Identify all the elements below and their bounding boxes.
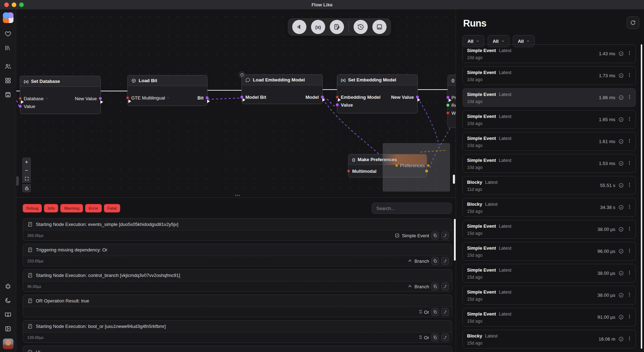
apps-grid-icon[interactable]	[4, 76, 12, 85]
node-partial-right[interactable]: {} Pr Re W	[448, 75, 456, 128]
node-set-database[interactable]: (x)Set Database Database New Value Value	[20, 76, 101, 114]
history-icon[interactable]	[354, 20, 368, 34]
log-entry[interactable]: Starting Node Execution: events_simple […	[23, 218, 452, 241]
users-icon[interactable]	[4, 62, 12, 70]
sidebar-drag-handle[interactable]	[16, 176, 19, 186]
minimize-window-button[interactable]	[12, 2, 16, 7]
input-pin[interactable]	[446, 104, 449, 107]
log-entry[interactable]: Triggering missing dependency: Or 233.00…	[23, 244, 452, 266]
filter-debug[interactable]: Debug	[23, 204, 42, 212]
run-item[interactable]: Simple EventLatest 15d ago 38.00 µs	[462, 286, 636, 305]
app-logo[interactable]	[3, 12, 13, 23]
chevron-down-icon[interactable]	[167, 96, 170, 99]
kebab-menu-icon[interactable]	[627, 138, 632, 145]
flow-canvas[interactable]: (x) (x)Set Database Database	[16, 10, 456, 197]
trigger-play-icon[interactable]	[292, 20, 306, 34]
notes-edit-icon[interactable]	[330, 20, 344, 34]
open-in-node-icon[interactable]	[441, 283, 449, 290]
run-item[interactable]: BlockyLatest 15d ago 16.06 m	[462, 330, 636, 348]
filter-warning[interactable]: Warning	[60, 204, 83, 212]
kebab-menu-icon[interactable]	[627, 182, 632, 189]
library-icon[interactable]	[4, 44, 12, 52]
kebab-menu-icon[interactable]	[627, 73, 632, 79]
run-item[interactable]: Simple EventLatest 10d ago 1.43 ms	[462, 44, 636, 63]
run-item[interactable]: Simple EventLatest 10d ago 1.53 ms	[462, 154, 636, 173]
board-layout-icon[interactable]	[372, 20, 387, 34]
copy-icon[interactable]	[431, 232, 439, 239]
log-search-input[interactable]	[372, 203, 452, 214]
kebab-menu-icon[interactable]	[627, 204, 632, 211]
kebab-menu-icon[interactable]	[627, 292, 632, 299]
kebab-menu-icon[interactable]	[627, 95, 632, 101]
exec-out-pin[interactable]	[207, 100, 210, 103]
open-in-node-icon[interactable]	[441, 334, 449, 341]
bit-select-pin[interactable]	[126, 96, 129, 99]
open-in-node-icon[interactable]	[441, 257, 449, 265]
node-set-embedding-model[interactable]: (x)Set Embedding Model Embedding Model N…	[337, 74, 418, 113]
kebab-menu-icon[interactable]	[627, 336, 632, 342]
kebab-menu-icon[interactable]	[627, 226, 632, 233]
run-item[interactable]: Simple EventLatest 10d ago 1.73 ms	[462, 66, 636, 85]
docs-book-icon[interactable]	[4, 310, 12, 319]
run-item[interactable]: Simple EventLatest 10d ago 1.61 ms	[462, 132, 636, 151]
kebab-menu-icon[interactable]	[627, 51, 632, 57]
copy-icon[interactable]	[431, 334, 439, 341]
value-input-pin[interactable]	[19, 105, 22, 108]
vertical-splitter-handle[interactable]	[453, 175, 455, 184]
debug-bug-icon[interactable]	[4, 282, 12, 290]
variables-icon[interactable]: (x)	[311, 20, 325, 34]
exec-out-pin[interactable]	[100, 100, 103, 104]
database-input-pin[interactable]	[19, 97, 22, 100]
exec-out-pin[interactable]	[322, 98, 325, 102]
refresh-icon[interactable]	[627, 16, 639, 29]
copy-icon[interactable]	[431, 308, 439, 316]
log-entry[interactable]: OR Operation Result: true 0110 Or	[23, 295, 452, 317]
embedding-model-input-pin[interactable]	[336, 96, 339, 98]
chevron-down-icon[interactable]	[45, 97, 48, 100]
panel-toggle-icon[interactable]	[4, 324, 12, 333]
kebab-menu-icon[interactable]	[627, 248, 632, 255]
favorites-heart-icon[interactable]	[4, 29, 12, 38]
maximize-window-button[interactable]	[19, 2, 24, 7]
run-item[interactable]: Simple EventLatest 15d ago 38.00 µs	[462, 264, 636, 283]
exec-out-pin[interactable]	[417, 98, 420, 102]
filter-info[interactable]: Info	[44, 204, 58, 212]
value-input-pin[interactable]	[336, 103, 339, 106]
run-item[interactable]: Simple EventLatest 10d ago 1.86 ms	[462, 88, 636, 107]
run-item[interactable]: Simple EventLatest 15d ago 38.00 µs	[462, 220, 636, 239]
log-entry[interactable]: Starting Node Execution: control_branch …	[23, 269, 452, 292]
kebab-menu-icon[interactable]	[627, 160, 632, 167]
new-value-output-pin[interactable]	[416, 96, 419, 98]
close-window-button[interactable]	[4, 2, 9, 7]
zoom-in-button[interactable]: +	[22, 158, 31, 166]
fit-view-icon[interactable]	[22, 175, 31, 183]
log-entry[interactable]: Hi	[23, 346, 452, 352]
model-output-pin[interactable]	[321, 96, 324, 98]
copy-icon[interactable]	[431, 283, 439, 290]
input-pin[interactable]	[446, 96, 449, 99]
copy-icon[interactable]	[431, 257, 439, 265]
horizontal-splitter-handle[interactable]	[234, 194, 240, 196]
open-in-node-icon[interactable]	[441, 308, 449, 316]
kebab-menu-icon[interactable]	[627, 270, 632, 277]
model-bit-input-pin[interactable]	[240, 96, 243, 98]
user-avatar[interactable]	[3, 339, 13, 349]
run-item[interactable]: Simple EventLatest 15d ago 91.00 µs	[462, 308, 636, 327]
new-value-output-pin[interactable]	[99, 97, 102, 100]
dark-mode-moon-icon[interactable]	[4, 296, 12, 305]
input-pin[interactable]	[446, 112, 449, 114]
run-item[interactable]: Simple EventLatest 15d ago 96.00 µs	[462, 242, 636, 261]
runs-scrollbar[interactable]	[641, 44, 642, 349]
log-entry[interactable]: Starting Node Execution: bool_or [uxu1ne…	[23, 320, 452, 343]
kebab-menu-icon[interactable]	[627, 117, 632, 123]
node-load-bit[interactable]: Load Bit GTE Multilingual Bit	[127, 75, 207, 106]
run-item[interactable]: BlockyLatest 11d ago 55.51 s	[462, 176, 636, 195]
open-in-node-icon[interactable]	[441, 232, 449, 239]
filter-error[interactable]: Error	[85, 204, 102, 212]
store-icon[interactable]	[4, 90, 12, 99]
multimodal-input-pin[interactable]	[347, 170, 350, 172]
bit-output-pin[interactable]	[206, 96, 209, 99]
lock-icon[interactable]	[22, 184, 31, 192]
kebab-menu-icon[interactable]	[627, 314, 632, 320]
node-load-embedding-model[interactable]: Load Embedding Model Model Bit Model	[242, 74, 323, 104]
